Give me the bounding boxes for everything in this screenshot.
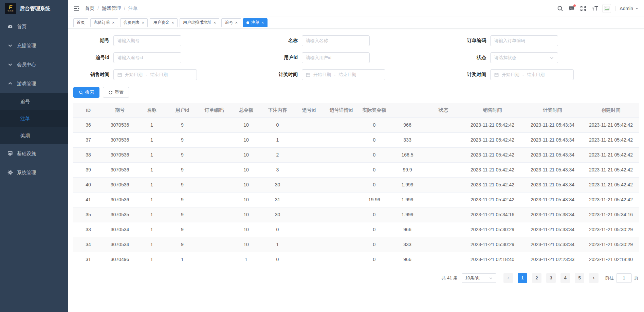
table-cell [424,132,462,147]
table-cell: 10 [231,162,261,177]
table-cell: 9 [167,207,198,222]
table-row: 40307053619103001.9992023-11-21 05:42:42… [73,177,639,192]
page-button-2[interactable]: 2 [532,273,541,283]
chase-id-input[interactable]: 请输入追号id [113,52,181,63]
table-cell: 31 [261,192,294,207]
prev-page-button[interactable]: ‹ [503,273,513,283]
sidebar-item-infrastructure[interactable]: 基础设施 [0,144,68,163]
breadcrumb-item[interactable]: 游戏管理 [102,5,121,12]
logo[interactable]: F 飞六盘 后台管理系统 [0,0,68,17]
sidebar-toggle-icon[interactable] [73,5,79,12]
user-dropdown[interactable]: Admin [620,6,639,11]
search-button[interactable]: 搜索 [73,87,99,98]
tab-recharge-orders[interactable]: 充值订单× [90,18,118,27]
close-icon[interactable]: × [112,20,115,25]
font-size-icon[interactable] [590,4,600,13]
table-cell: 2023-11-21 05:43:34 [522,132,583,147]
user-id-input[interactable]: 请输入用户id [302,52,370,63]
table-cell: 2023-11-21 02:18:40 [583,252,639,267]
table-cell: 966 [390,252,424,267]
table-cell [294,147,324,162]
tab-bet-orders[interactable]: 注单× [243,18,268,27]
table-cell: 10 [231,117,261,132]
sidebar-item-member-center[interactable]: 会员中心 [0,55,68,74]
brand-subtext: 飞六盘 [7,10,14,13]
award-time-2-daterange[interactable]: 开始日期-结束日期 [490,69,574,80]
sidebar: F 飞六盘 后台管理系统 首页充提管理会员中心游戏管理追号注单奖期基础设施系统管… [0,0,68,312]
table-cell: 0 [261,117,294,132]
period-number-input[interactable]: 请输入期号 [113,35,181,46]
tab-user-funds[interactable]: 用户资金× [150,18,178,27]
next-page-button[interactable]: › [589,273,599,283]
sidebar-item-home[interactable]: 首页 [0,17,68,36]
search-icon[interactable] [556,4,565,13]
sidebar-item-game-management[interactable]: 游戏管理 [0,74,68,93]
table-cell [424,252,462,267]
close-icon[interactable]: × [235,20,238,25]
sidebar-subitem-prize-period[interactable]: 奖期 [0,127,68,144]
table-cell [198,207,231,222]
tab-member-list[interactable]: 会员列表× [120,18,148,27]
range-separator: - [334,72,335,77]
table-cell: 1 [231,252,261,267]
avatar[interactable] [602,4,611,13]
refresh-icon [108,90,113,95]
search-button-label: 搜索 [85,89,94,95]
table-cell: 966 [390,222,424,237]
close-icon[interactable]: × [261,20,264,25]
table-cell: 2023-11-21 05:43:34 [522,192,583,207]
table-cell: 1 [261,237,294,252]
sidebar-item-recharge-withdraw[interactable]: 充提管理 [0,36,68,55]
page-jumper: 前往页 [605,273,639,283]
table-cell [198,177,231,192]
page-button-5[interactable]: 5 [575,273,584,283]
table-cell [294,117,324,132]
table-cell: 0 [358,132,390,147]
column-header: 创建时间 [583,103,639,117]
close-icon[interactable]: × [142,20,145,25]
goto-page-input[interactable] [616,273,632,283]
divider [615,6,615,11]
table-cell: 9 [167,237,198,252]
table-cell: 9 [167,147,198,162]
table-cell: 1.999 [390,207,424,222]
page-button-1[interactable]: 1 [518,273,527,283]
chevron-down-icon [7,62,62,67]
message-icon[interactable] [567,4,576,13]
sidebar-subitem-chase-number[interactable]: 追号 [0,93,68,110]
tab-home[interactable]: 首页 [73,18,88,27]
table-cell: 3070536 [103,177,136,192]
table-cell: 2023-11-21 02:23:33 [522,252,583,267]
pagination: 共 41 条10条/页‹12345›前往页 [68,267,644,283]
award-time-daterange[interactable]: 开始日期-结束日期 [302,69,385,80]
status-select[interactable]: 请选择状态 [490,52,558,63]
table-cell [424,207,462,222]
column-header: 追号详情id [324,103,358,117]
close-icon[interactable]: × [214,20,216,25]
sidebar-subitem-label: 奖期 [20,133,30,138]
reset-button[interactable]: 重置 [103,87,129,98]
name-input[interactable]: 请输入名称 [302,35,370,46]
table-cell: 30 [261,207,294,222]
fullscreen-icon[interactable] [579,4,588,13]
sidebar-subitem-bet-orders[interactable]: 注单 [0,110,68,127]
order-code-input[interactable]: 请输入订单编码 [490,35,558,46]
tab-chase-number[interactable]: 追号× [221,18,241,27]
table-cell [198,147,231,162]
breadcrumb-item[interactable]: 首页 [85,5,94,12]
table-cell: 2023-11-21 05:43:34 [522,117,583,132]
sale-time-daterange[interactable]: 开始日期-结束日期 [113,69,197,80]
tab-user-crypto-address[interactable]: 用户虚拟币地址× [180,18,220,27]
table-cell [324,207,358,222]
table-cell: 3070534 [103,222,136,237]
table-cell [424,222,462,237]
sidebar-item-system-management[interactable]: 系统管理 [0,163,68,182]
close-icon[interactable]: × [171,20,174,25]
table-cell: 34 [73,237,103,252]
table-cell [324,222,358,237]
page-button-3[interactable]: 3 [546,273,556,283]
username: Admin [620,6,633,11]
table-cell: 41 [73,192,103,207]
page-button-4[interactable]: 4 [560,273,570,283]
page-size-select[interactable]: 10条/页 [462,273,496,283]
